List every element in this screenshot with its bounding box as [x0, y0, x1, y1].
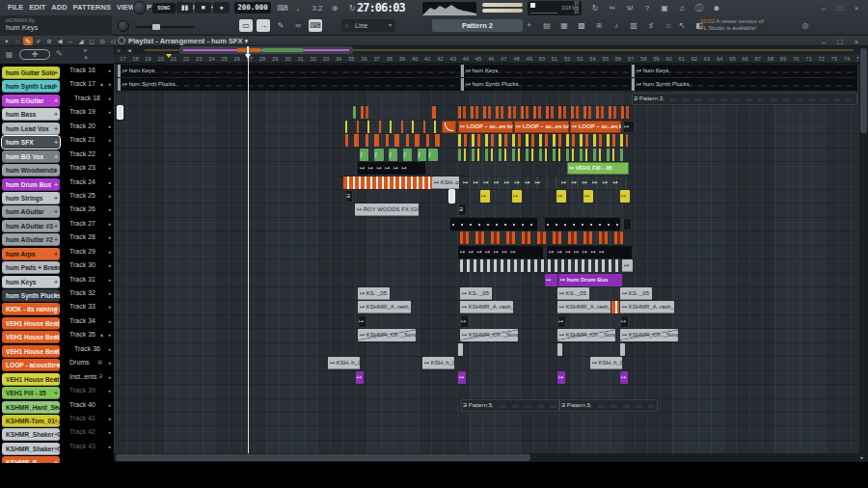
track-mute-led[interactable]: ●	[108, 374, 111, 380]
sync-icon[interactable]: ↻	[588, 2, 602, 14]
pattern-selector[interactable]: Pattern 2	[432, 19, 523, 32]
drag-handle-icon[interactable]: +	[54, 443, 58, 455]
clip[interactable]: ↦ VEH1 Fill - 35	[567, 162, 629, 175]
menu-patterns[interactable]: PATTERNS	[73, 3, 111, 12]
clip[interactable]: ↦	[622, 259, 633, 272]
track-mute-led[interactable]: ●	[108, 277, 111, 283]
web-icon[interactable]: ◎	[799, 19, 812, 32]
picker-item[interactable]: VEH1 House Beat - 2..+	[2, 345, 60, 358]
picker-item[interactable]: hum AGuitar+	[2, 205, 60, 218]
mute-tool-icon[interactable]: ◀	[55, 37, 65, 45]
clip[interactable]: ↦ hum Synth Plucks	[118, 78, 460, 91]
track-header[interactable]: Track 30●	[62, 258, 114, 272]
track-mute-led[interactable]: ●	[108, 360, 111, 366]
picker-item[interactable]: VEH1 House Beat - 20+	[2, 317, 60, 330]
picker-item[interactable]: hum Strings+	[2, 192, 60, 204]
clip[interactable]: ↦ ↦ ↦ ↦ ↦ ↦ ↦ ↦	[461, 176, 557, 189]
magnet-icon[interactable]: ∩	[13, 37, 22, 45]
clip[interactable]: ↦ KSHMR_A..rash_09	[358, 301, 411, 313]
record-button[interactable]: ●	[213, 2, 230, 14]
window-minimize-icon[interactable]: –	[818, 4, 829, 13]
stop-button[interactable]: ■	[195, 2, 211, 14]
scroll-down-icon[interactable]: ▾	[860, 454, 863, 461]
clip[interactable]: ↦ KSH..h_03	[422, 357, 454, 369]
collapse-group-icon[interactable]: ▴	[100, 80, 103, 87]
picker-item[interactable]: KICK - its raining tons+	[2, 303, 60, 315]
stepseq-icon[interactable]: ▤	[540, 19, 554, 32]
track-header[interactable]: Track 34●	[62, 314, 114, 328]
user-icon[interactable]: ☻	[710, 2, 723, 14]
clip[interactable]	[458, 343, 463, 356]
clip[interactable]: ↦ KSHMR_Ch.._Song_02	[460, 329, 518, 341]
drag-handle-icon[interactable]: +	[54, 233, 58, 246]
clip[interactable]	[458, 134, 628, 147]
picker-item[interactable]: VEH1 House Beat - 2..+	[2, 331, 60, 343]
clip[interactable]: ↦ hum Keys	[118, 65, 460, 77]
menu-file[interactable]: FILE	[8, 3, 23, 12]
track-header[interactable]: Track 16●	[62, 64, 114, 77]
clip[interactable]: ↦ hum Keys	[632, 65, 857, 77]
track-mute-led[interactable]: ●	[108, 249, 111, 255]
clip[interactable]: ↦ LOOP ~ ac..en break	[458, 121, 513, 133]
track-mute-led[interactable]: ●	[108, 123, 111, 129]
drag-handle-icon[interactable]: +	[54, 67, 58, 79]
drag-handle-icon[interactable]: +	[54, 178, 58, 191]
metronome-icon[interactable]: ♩	[293, 2, 307, 14]
drag-handle-icon[interactable]: +	[54, 401, 58, 414]
clip[interactable]: ↦	[620, 371, 628, 384]
clip[interactable]: ↦	[460, 315, 469, 328]
clip[interactable]	[450, 218, 537, 230]
clip[interactable]	[442, 121, 456, 133]
horizontal-scrollbar[interactable]	[114, 453, 859, 462]
countin-icon[interactable]: 3.2	[311, 2, 324, 14]
add-pattern-button[interactable]: +	[527, 19, 531, 32]
clip[interactable]	[353, 106, 356, 119]
drag-handle-icon[interactable]: +	[54, 164, 58, 176]
track-header[interactable]: Track 20●	[62, 120, 114, 133]
track-mute-led[interactable]: ●	[108, 137, 111, 143]
drag-handle-icon[interactable]: +	[54, 136, 58, 149]
track-header[interactable]: Track 36●	[62, 342, 114, 356]
track-header[interactable]: Track 21●	[62, 133, 114, 147]
tempo-tap-icon[interactable]: ♪	[610, 19, 623, 32]
track-header[interactable]: Track 35▴●	[62, 328, 114, 341]
track-mute-led[interactable]: ●	[108, 402, 111, 408]
clip[interactable]: ↦	[620, 190, 630, 203]
track-header[interactable]: Track 29●	[62, 245, 114, 258]
picker-item[interactable]: hum Arps+	[2, 248, 60, 260]
playlist-overview-bar[interactable]: ≋ ◀	[114, 46, 859, 54]
drag-handle-icon[interactable]: +	[54, 373, 58, 386]
track-header[interactable]: Track 39●	[62, 384, 114, 397]
menu-edit[interactable]: EDIT	[29, 3, 45, 12]
drag-handle-icon[interactable]: +	[54, 317, 58, 330]
track-mute-led[interactable]: ●	[108, 206, 111, 212]
drag-handle-icon[interactable]: +	[54, 456, 58, 463]
draw-icon[interactable]: ✎	[274, 19, 287, 32]
cpu-slider[interactable]	[530, 13, 557, 14]
drag-handle-icon[interactable]: +	[54, 122, 58, 135]
window-maximize-icon[interactable]: □	[834, 4, 846, 13]
piano-roll-icon[interactable]: ▦	[557, 19, 571, 32]
drag-handle-icon[interactable]: +	[54, 108, 58, 121]
track-mute-led[interactable]: ●	[108, 388, 111, 393]
pencil-icon[interactable]: ✎	[56, 49, 63, 58]
track-header[interactable]: Track 24●	[62, 176, 114, 189]
clip[interactable]	[460, 231, 629, 244]
picker-item[interactable]: KSHMR_Shaker_01_B+	[2, 443, 60, 455]
drag-handle-icon[interactable]: +	[54, 220, 58, 232]
drag-handle-icon[interactable]: +	[54, 248, 58, 260]
delete-tool-icon[interactable]: ⊘	[44, 37, 54, 45]
track-mute-led[interactable]: ●	[108, 165, 111, 171]
drag-handle-icon[interactable]: +	[54, 303, 58, 315]
track-header[interactable]: Track 19●	[62, 105, 114, 119]
clip[interactable]	[545, 218, 620, 230]
picker-item[interactable]: hum AGuitar #2+	[2, 233, 60, 246]
clip[interactable]	[343, 176, 432, 189]
clip[interactable]: ↦ KSHMR_A..rash_09	[620, 301, 674, 313]
picker-item[interactable]: hum Drum Bus+	[2, 178, 60, 191]
track-header[interactable]: Track 33●	[62, 300, 114, 313]
clip[interactable]: ↦ KS.._05	[460, 287, 492, 300]
picker-item[interactable]: hum SFX+	[2, 136, 60, 149]
clip[interactable]: ↦ KSH..h_03	[328, 357, 360, 369]
overview-viewport[interactable]	[179, 46, 353, 54]
